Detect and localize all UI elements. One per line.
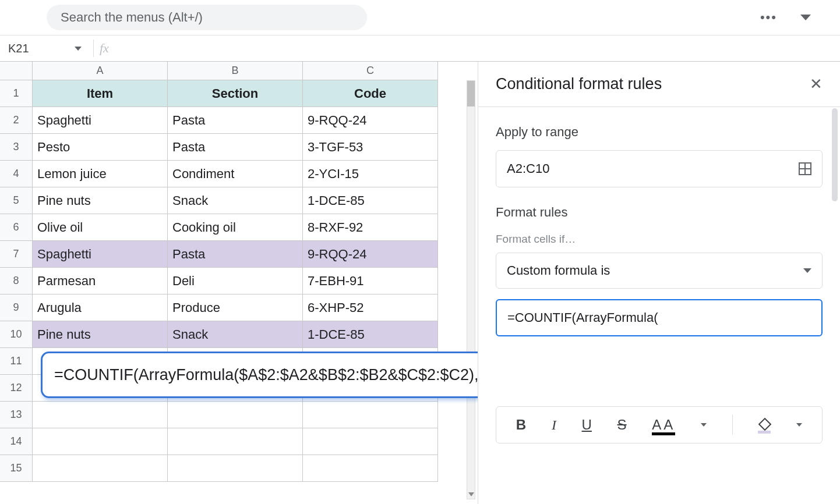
row-header[interactable]: 2	[0, 107, 33, 134]
header-cell-section[interactable]: Section	[168, 80, 303, 107]
table-row: 10Pine nutsSnack1-DCE-85	[0, 321, 478, 348]
table-row: 13	[0, 402, 478, 428]
header-cell-code[interactable]: Code	[303, 80, 438, 107]
bold-button[interactable]: B	[516, 417, 526, 433]
cell[interactable]	[303, 455, 438, 482]
strikethrough-button[interactable]: S	[617, 417, 627, 433]
spreadsheet-grid[interactable]: A B C 1ItemSectionCode2SpaghettiPasta9-R…	[0, 62, 478, 482]
menu-search-placeholder: Search the menus (Alt+/)	[61, 10, 203, 25]
scroll-down-arrow-icon[interactable]	[468, 492, 474, 496]
col-header-B[interactable]: B	[168, 62, 303, 80]
row-header[interactable]: 13	[0, 402, 33, 428]
condition-select[interactable]: Custom formula is	[496, 253, 823, 289]
row-header[interactable]: 1	[0, 80, 33, 107]
cell[interactable]: 2-YCI-15	[303, 161, 438, 187]
row-header[interactable]: 6	[0, 214, 33, 241]
text-color-dropdown-icon[interactable]	[701, 423, 707, 427]
table-row: 6Olive oilCooking oil8-RXF-92	[0, 214, 478, 241]
cell[interactable]: Pesto	[33, 134, 168, 161]
cell[interactable]	[33, 402, 168, 428]
cell[interactable]: Arugula	[33, 294, 168, 321]
formula-callout: =COUNTIF(ArrayFormula($A$2:$A2&$B$2:$B2&…	[41, 352, 478, 398]
row-header[interactable]: 5	[0, 187, 33, 214]
text-color-button[interactable]: A A A	[652, 417, 675, 433]
cell[interactable]	[168, 428, 303, 455]
cell[interactable]	[33, 455, 168, 482]
cell[interactable]: 3-TGF-53	[303, 134, 438, 161]
row-header[interactable]: 11	[0, 348, 33, 375]
cell[interactable]: Pine nuts	[33, 187, 168, 214]
cell[interactable]: Pasta	[168, 134, 303, 161]
row-header[interactable]: 8	[0, 268, 33, 294]
cell[interactable]: 9-RQQ-24	[303, 241, 438, 268]
fill-color-button[interactable]	[758, 420, 771, 430]
cell[interactable]: Produce	[168, 294, 303, 321]
cell[interactable]: 8-RXF-92	[303, 214, 438, 241]
table-row: 14	[0, 428, 478, 455]
panel-scrollbar[interactable]	[832, 108, 838, 201]
cell[interactable]: Parmesan	[33, 268, 168, 294]
cell[interactable]: Pasta	[168, 107, 303, 134]
name-box[interactable]: K21	[0, 36, 87, 61]
panel-title: Conditional format rules	[496, 75, 662, 93]
table-row: 3PestoPasta3-TGF-53	[0, 134, 478, 161]
table-row: 2SpaghettiPasta9-RQQ-24	[0, 107, 478, 134]
format-style-toolbar: B I U S A A A	[496, 406, 823, 443]
cell[interactable]: Spaghetti	[33, 107, 168, 134]
cell[interactable]: Olive oil	[33, 214, 168, 241]
row-header[interactable]: 10	[0, 321, 33, 348]
row-header[interactable]: 7	[0, 241, 33, 268]
cell[interactable]: 6-XHP-52	[303, 294, 438, 321]
italic-button[interactable]: I	[552, 417, 556, 433]
col-header-C[interactable]: C	[303, 62, 438, 80]
cell[interactable]	[33, 428, 168, 455]
cell[interactable]	[168, 402, 303, 428]
cell[interactable]	[303, 428, 438, 455]
cell[interactable]: 1-DCE-85	[303, 321, 438, 348]
row-header[interactable]: 3	[0, 134, 33, 161]
divider	[93, 40, 94, 57]
scrollbar-thumb[interactable]	[467, 81, 475, 107]
col-header-A[interactable]: A	[33, 62, 168, 80]
cell[interactable]: Pasta	[168, 241, 303, 268]
cell[interactable]: 9-RQQ-24	[303, 107, 438, 134]
row-header[interactable]: 12	[0, 375, 33, 402]
select-all-corner[interactable]	[0, 62, 33, 80]
cell[interactable]: Deli	[168, 268, 303, 294]
fill-color-dropdown-icon[interactable]	[796, 423, 802, 427]
cell[interactable]: Spaghetti	[33, 241, 168, 268]
close-icon[interactable]: ✕	[810, 75, 823, 93]
apply-range-input[interactable]: A2:C10	[496, 150, 823, 187]
underline-button[interactable]: U	[582, 417, 592, 433]
select-range-icon[interactable]	[799, 162, 811, 175]
custom-formula-input[interactable]: =COUNTIF(ArrayFormula(	[496, 299, 823, 336]
row-header[interactable]: 14	[0, 428, 33, 455]
cell[interactable]: Snack	[168, 187, 303, 214]
cell[interactable]: Cooking oil	[168, 214, 303, 241]
cell[interactable]: Snack	[168, 321, 303, 348]
row-header[interactable]: 15	[0, 455, 33, 482]
column-headers: A B C	[0, 62, 478, 80]
vertical-scrollbar[interactable]	[467, 80, 475, 499]
cell[interactable]: 7-EBH-91	[303, 268, 438, 294]
cell[interactable]: Pine nuts	[33, 321, 168, 348]
formula-bar-input[interactable]	[109, 36, 840, 61]
cell[interactable]: Condiment	[168, 161, 303, 187]
menu-search[interactable]: Search the menus (Alt+/)	[47, 5, 367, 30]
cell[interactable]: 1-DCE-85	[303, 187, 438, 214]
condition-value: Custom formula is	[507, 263, 610, 278]
sheet-area: A B C 1ItemSectionCode2SpaghettiPasta9-R…	[0, 62, 478, 504]
toolbar-separator	[732, 415, 733, 435]
apply-to-range-label: Apply to range	[496, 125, 823, 140]
chevron-down-icon[interactable]	[800, 15, 811, 20]
row-header[interactable]: 9	[0, 294, 33, 321]
conditional-format-panel: Conditional format rules ✕ Apply to rang…	[478, 62, 840, 504]
top-bar: Search the menus (Alt+/) •••	[0, 0, 840, 35]
cell[interactable]	[303, 402, 438, 428]
table-row: 7SpaghettiPasta9-RQQ-24	[0, 241, 478, 268]
more-icon[interactable]: •••	[760, 10, 777, 25]
cell[interactable]	[168, 455, 303, 482]
cell[interactable]: Lemon juice	[33, 161, 168, 187]
row-header[interactable]: 4	[0, 161, 33, 187]
header-cell-item[interactable]: Item	[33, 80, 168, 107]
